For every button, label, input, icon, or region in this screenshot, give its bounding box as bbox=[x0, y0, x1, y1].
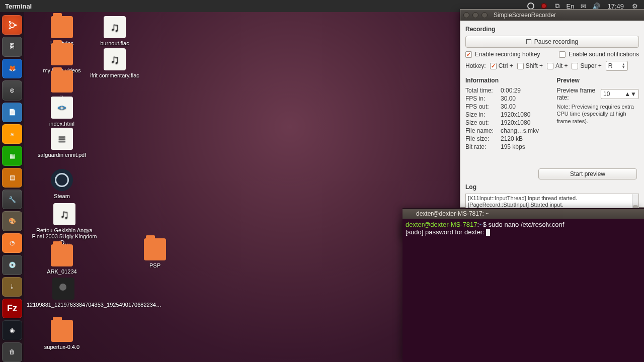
size-out-label: Size out: bbox=[465, 119, 501, 126]
log-line: [X11Input::InputThread] Input thread sta… bbox=[468, 195, 636, 202]
desktop-file-img[interactable]: 12109881_1219763384704353_19254901706822… bbox=[27, 278, 100, 308]
terminal-content[interactable]: dexter@dexter-MS-7817:~$ sudo nano /etc/… bbox=[403, 219, 644, 238]
file-size-value: 2120 kB bbox=[501, 135, 548, 142]
checkbox-icon bbox=[559, 51, 566, 58]
unity-launcher: 🗄 🦊 ⊚ 📄 a ▦ ▤ 🔧 🎨 ◔ 💿 ⭳ Fz ◉ ▢ 🗑 bbox=[0, 12, 24, 362]
enable-hotkey-label: Enable recording hotkey bbox=[475, 51, 540, 58]
filezilla-launcher-icon[interactable]: Fz bbox=[2, 299, 22, 318]
gimp-launcher-icon[interactable]: 🎨 bbox=[2, 211, 22, 231]
desktop-folder-psp[interactable]: PSP bbox=[125, 238, 185, 268]
enable-sound-checkbox[interactable]: Enable sound notifications bbox=[559, 51, 639, 58]
checkbox-icon bbox=[517, 63, 524, 69]
terminal-title: dexter@dexter-MS-7817: ~ bbox=[416, 210, 489, 217]
amazon-launcher-icon[interactable]: a bbox=[2, 124, 22, 144]
files-launcher-icon[interactable]: 🗄 bbox=[2, 37, 22, 56]
size-in-value: 1920x1080 bbox=[501, 111, 548, 118]
impress-launcher-icon[interactable]: ▤ bbox=[2, 168, 22, 188]
window-min-icon[interactable] bbox=[472, 12, 478, 18]
window-max-icon[interactable] bbox=[481, 12, 488, 18]
preview-note: Note: Previewing requires extra CPU time… bbox=[557, 103, 639, 125]
desktop-folder-ark[interactable]: ARK_01234 bbox=[32, 244, 92, 275]
icon-label: Steam bbox=[32, 193, 92, 199]
ctrl-label: Ctrl + bbox=[499, 62, 513, 69]
sudo-password-prompt: [sudo] password for dexter: bbox=[406, 228, 486, 236]
writer-launcher-icon[interactable]: 📄 bbox=[2, 103, 22, 122]
recording-heading: Recording bbox=[465, 26, 639, 33]
terminal-titlebar[interactable]: dexter@dexter-MS-7817: ~ bbox=[403, 209, 644, 219]
desktop-folder-lifestyles[interactable]: Lifestyles bbox=[32, 16, 92, 46]
icon-label: ARK_01234 bbox=[32, 268, 92, 275]
fps-out-label: FPS out: bbox=[465, 103, 501, 110]
steam-launcher-icon[interactable]: ◉ bbox=[2, 320, 22, 340]
svg-point-3 bbox=[9, 27, 11, 29]
preview-rate-input[interactable]: 10 ▲▼ bbox=[601, 89, 639, 99]
terminal-window: dexter@dexter-MS-7817: ~ dexter@dexter-M… bbox=[403, 208, 644, 362]
icon-label: 12109881_1219763384704353_19254901706822… bbox=[27, 302, 100, 308]
enable-sound-label: Enable sound notifications bbox=[569, 51, 639, 58]
desktop-file-ifrit[interactable]: ifrit commentary.flac bbox=[85, 48, 145, 78]
icon-label: ifrit commentary.flac bbox=[85, 72, 145, 78]
spinner-icon: ▲▼ bbox=[622, 63, 625, 69]
checkbox-icon bbox=[547, 63, 553, 69]
enable-hotkey-checkbox[interactable]: Enable recording hotkey bbox=[465, 51, 540, 58]
blender-launcher-icon[interactable]: ◔ bbox=[2, 233, 22, 253]
super-label: Super + bbox=[580, 62, 601, 69]
dash-icon[interactable] bbox=[2, 15, 22, 35]
calc-launcher-icon[interactable]: ▦ bbox=[2, 146, 22, 165]
checkbox-icon bbox=[572, 63, 578, 69]
active-app-title: Terminal bbox=[0, 3, 37, 10]
trash-launcher-icon[interactable]: 🗑 bbox=[2, 342, 22, 362]
settings-launcher-icon[interactable]: 🔧 bbox=[2, 190, 22, 209]
checkbox-icon bbox=[465, 51, 472, 58]
preview-heading: Preview bbox=[557, 77, 639, 84]
pause-recording-button[interactable]: Pause recording bbox=[465, 36, 639, 48]
desktop-folder-supertux[interactable]: supertux-0.4.0 bbox=[32, 320, 92, 350]
downloads-launcher-icon[interactable]: ⭳ bbox=[2, 277, 22, 297]
fps-in-label: FPS in: bbox=[465, 95, 501, 102]
terminal-cursor-icon bbox=[486, 229, 490, 236]
prompt-user: dexter@dexter-MS-7817 bbox=[406, 221, 477, 228]
rhythmbox-launcher-icon[interactable]: 💿 bbox=[2, 255, 22, 275]
size-out-value: 1920x1080 bbox=[501, 119, 548, 126]
icon-label: PSP bbox=[125, 262, 185, 268]
desktop-folder-mylinux[interactable]: my linux videos bbox=[32, 43, 92, 73]
log-line: [PageRecord::StartInput] Started input. bbox=[468, 202, 636, 208]
start-preview-label: Start preview bbox=[570, 170, 605, 177]
ssr-titlebar[interactable]: SimpleScreenRecorder bbox=[460, 10, 644, 21]
shift-label: Shift + bbox=[526, 62, 543, 69]
info-grid: Total time:0:00:29 FPS in:30.00 FPS out:… bbox=[465, 87, 548, 150]
start-preview-button[interactable]: Start preview bbox=[538, 168, 637, 179]
terminal-command: sudo nano /etc/resolv.conf bbox=[489, 221, 565, 228]
file-name-value: chang…s.mkv bbox=[501, 127, 548, 134]
pause-icon bbox=[526, 39, 531, 44]
pause-label: Pause recording bbox=[534, 38, 578, 45]
super-mod-checkbox[interactable]: Super + bbox=[572, 62, 601, 69]
desktop-shortcut-steam[interactable]: Steam bbox=[32, 169, 92, 199]
shift-mod-checkbox[interactable]: Shift + bbox=[517, 62, 543, 69]
desktop-folder-site[interactable]: site bbox=[32, 70, 92, 101]
total-time-value: 0:00:29 bbox=[501, 87, 548, 94]
desktop-file-burnout[interactable]: burnout.flac bbox=[85, 16, 145, 46]
desktop-file-rettou[interactable]: Rettou Gekishin Angya Final 2003 5Ugly K… bbox=[32, 203, 97, 245]
icon-label: index.html bbox=[32, 121, 92, 127]
spinner-icon: ▲▼ bbox=[624, 90, 636, 98]
ctrl-mod-checkbox[interactable]: Ctrl + bbox=[490, 62, 513, 69]
window-close-icon[interactable] bbox=[463, 12, 469, 18]
software-launcher-icon[interactable]: ⊚ bbox=[2, 80, 22, 100]
hotkey-key-select[interactable]: R ▲▼ bbox=[606, 61, 628, 71]
bit-rate-label: Bit rate: bbox=[465, 143, 501, 150]
hotkey-label: Hotkey: bbox=[465, 62, 486, 69]
alt-mod-checkbox[interactable]: Alt + bbox=[547, 62, 568, 69]
desktop-file-indexhtml[interactable]: index.html bbox=[32, 97, 92, 127]
desktop-file-safguard[interactable]: safguardin ennit.pdf bbox=[32, 128, 92, 158]
icon-label: safguardin ennit.pdf bbox=[32, 152, 92, 158]
firefox-launcher-icon[interactable]: 🦊 bbox=[2, 59, 22, 78]
bit-rate-value: 195 kbps bbox=[501, 143, 548, 150]
svg-point-0 bbox=[10, 23, 14, 27]
fps-in-value: 30.00 bbox=[501, 95, 548, 102]
preview-rate-label: Preview frame rate: bbox=[557, 87, 598, 101]
ssr-title: SimpleScreenRecorder bbox=[494, 12, 556, 19]
svg-point-1 bbox=[15, 24, 17, 26]
svg-point-2 bbox=[9, 21, 11, 23]
file-name-label: File name: bbox=[465, 127, 501, 134]
